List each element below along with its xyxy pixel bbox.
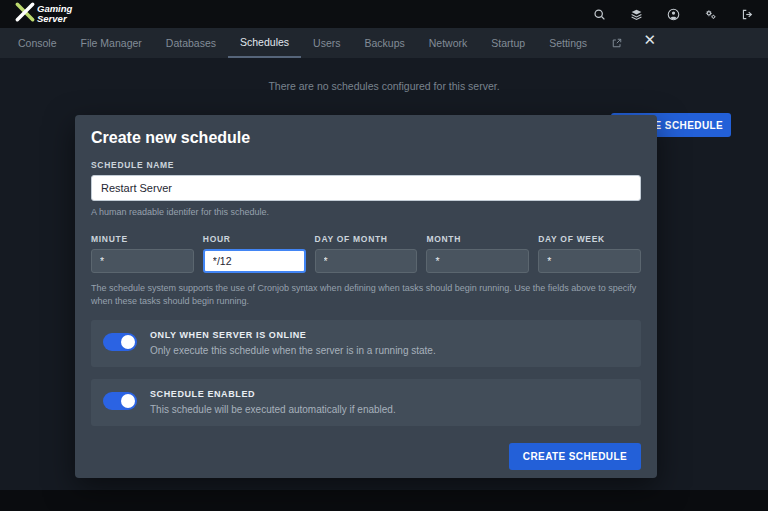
cron-day-of-week-label: DAY OF WEEK [538,234,641,244]
toggle-text-block: SCHEDULE ENABLED This schedule will be e… [150,389,396,415]
logo-text: Gaming Server [37,4,72,24]
only-online-toggle[interactable] [103,333,137,351]
cron-month-input[interactable] [426,249,529,273]
schedule-name-help: A human readable identifer for this sche… [91,206,641,219]
nav-item-settings[interactable]: Settings [537,28,599,58]
cron-day-of-week-input[interactable] [538,249,641,273]
signout-icon[interactable] [741,8,754,21]
cron-fields-row: MINUTE HOUR DAY OF MONTH MONTH DAY OF WE… [91,221,641,273]
nav-item-schedules[interactable]: Schedules [228,28,301,58]
schedule-enabled-label: SCHEDULE ENABLED [150,389,396,399]
cron-minute-label: MINUTE [91,234,194,244]
cron-field-hour: HOUR [203,221,306,273]
cron-day-of-month-input[interactable] [315,249,418,273]
app-logo[interactable]: Gaming Server [14,1,72,27]
cron-field-day-of-month: DAY OF MONTH [315,221,418,273]
nav-item-network[interactable]: Network [417,28,480,58]
cron-minute-input[interactable] [91,249,194,273]
empty-schedules-message: There are no schedules configured for th… [0,80,768,92]
modal-close-icon[interactable]: ✕ [643,32,656,47]
schedule-enabled-toggle[interactable] [103,392,137,410]
cron-help-text: The schedule system supports the use of … [91,282,641,308]
schedule-name-label: SCHEDULE NAME [91,160,641,170]
cron-hour-label: HOUR [203,234,306,244]
bottom-strip [0,490,768,511]
external-link-icon[interactable] [599,28,635,58]
toggle-box-schedule-enabled: SCHEDULE ENABLED This schedule will be e… [91,379,641,426]
modal-title: Create new schedule [91,129,641,147]
toggle-box-only-online: ONLY WHEN SERVER IS ONLINE Only execute … [91,320,641,367]
cron-field-month: MONTH [426,221,529,273]
toggle-knob [121,394,135,408]
cron-month-label: MONTH [426,234,529,244]
schedule-name-input[interactable] [91,175,641,201]
topbar-actions [593,8,754,21]
create-schedule-button[interactable]: CREATE SCHEDULE [509,443,641,470]
layers-icon[interactable] [630,8,643,21]
nav-item-startup[interactable]: Startup [479,28,537,58]
toggle-text-block: ONLY WHEN SERVER IS ONLINE Only execute … [150,330,436,356]
modal-footer: CREATE SCHEDULE [91,443,641,470]
nav-item-databases[interactable]: Databases [154,28,228,58]
schedule-enabled-description: This schedule will be executed automatic… [150,404,396,415]
cron-field-minute: MINUTE [91,221,194,273]
gears-icon[interactable] [704,8,717,21]
nav-item-file-manager[interactable]: File Manager [69,28,154,58]
toggle-knob [121,335,135,349]
create-schedule-modal: Create new schedule SCHEDULE NAME A huma… [75,115,657,478]
nav-item-users[interactable]: Users [301,28,352,58]
search-icon[interactable] [593,8,606,21]
nav-item-backups[interactable]: Backups [352,28,416,58]
user-icon[interactable] [667,8,680,21]
cron-field-day-of-week: DAY OF WEEK [538,221,641,273]
nav-item-console[interactable]: Console [6,28,69,58]
cron-day-of-month-label: DAY OF MONTH [315,234,418,244]
topbar: Gaming Server [0,0,768,28]
only-online-label: ONLY WHEN SERVER IS ONLINE [150,330,436,340]
logo-x-icon [14,1,36,27]
only-online-description: Only execute this schedule when the serv… [150,345,436,356]
cron-hour-input[interactable] [203,249,306,273]
logo-line2: Server [37,14,72,24]
